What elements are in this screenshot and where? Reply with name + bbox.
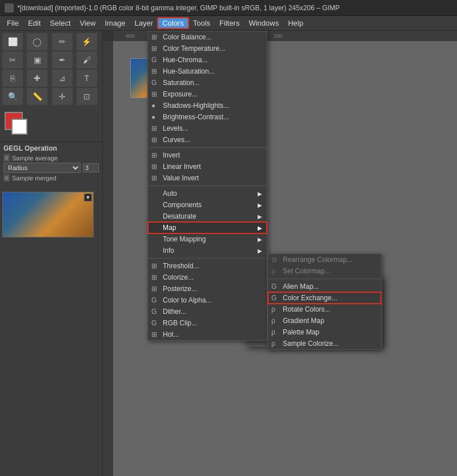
menu-layer[interactable]: Layer: [130, 18, 158, 29]
map-submenu[interactable]: ⊞ Rearrange Colormap... ρ Set Colormap..…: [267, 253, 382, 350]
menu-hue-chroma[interactable]: G Hue-Chroma...: [148, 54, 267, 66]
invert-icon: ⊞: [151, 151, 157, 159]
background-color[interactable]: [11, 119, 27, 135]
gegl-panel: GEGL Operation x Sample average Radius x…: [0, 142, 102, 185]
left-toolbar: ⬜ ◯ ✏ ⚡ ✂ ▣ ✒ 🖌 ⎘ ✚ ⊿ T 🔍 📏 ✛ ⊡ GEGL Ope…: [0, 31, 103, 476]
menu-threshold[interactable]: ⊞ Threshold...: [148, 260, 267, 272]
menu-tools[interactable]: Tools: [189, 18, 215, 29]
tool-paint[interactable]: 🖌: [77, 51, 97, 68]
set-colormap-icon: ρ: [271, 267, 275, 275]
colors-menu[interactable]: ⊞ Color Balance... ⊞ Color Temperature..…: [147, 31, 267, 341]
menu-invert[interactable]: ⊞ Invert: [148, 150, 267, 161]
map-gradient-map[interactable]: ρ Gradient Map: [268, 315, 381, 326]
tool-perspective[interactable]: ⊿: [52, 70, 73, 87]
tool-align[interactable]: ⊡: [77, 88, 97, 105]
tool-free-select[interactable]: ✏: [52, 33, 73, 50]
tool-clone[interactable]: ⎘: [2, 70, 23, 87]
menu-rgb-clip[interactable]: G RGB Clip...: [148, 317, 267, 329]
menu-exposure[interactable]: ⊞ Exposure...: [148, 88, 267, 100]
map-sep1: [268, 279, 381, 279]
tone-mapping-arrow: ▶: [258, 236, 262, 243]
menu-components[interactable]: Components ▶: [148, 199, 267, 211]
gegl-radius-select[interactable]: Radius: [3, 163, 81, 173]
menu-desaturate[interactable]: Desaturate ▶: [148, 211, 267, 222]
map-alien-map[interactable]: G Alien Map...: [268, 281, 381, 292]
rgb-clip-icon: G: [151, 319, 157, 327]
menu-edit[interactable]: Edit: [23, 18, 45, 29]
thumbnail-area: ▼: [0, 189, 102, 240]
color-swatch-area: [0, 107, 102, 142]
menu-view[interactable]: View: [75, 18, 101, 29]
info-arrow: ▶: [258, 248, 262, 254]
menu-auto[interactable]: Auto ▶: [148, 188, 267, 199]
palette-map-icon: ρ: [271, 328, 275, 336]
menu-brightness-contrast[interactable]: ● Brightness-Contrast...: [148, 111, 267, 123]
thumbnail-options[interactable]: ▼: [84, 193, 92, 201]
map-sample-colorize[interactable]: ρ Sample Colorize...: [268, 338, 381, 349]
menu-color-to-alpha[interactable]: G Color to Alpha...: [148, 295, 267, 306]
menu-curves[interactable]: ⊞ Curves...: [148, 134, 267, 146]
menu-linear-invert[interactable]: ⊞ Linear Invert: [148, 161, 267, 172]
tool-scissors[interactable]: ✂: [2, 51, 23, 68]
menu-colors[interactable]: Colors: [158, 18, 189, 29]
menu-select[interactable]: Select: [45, 18, 75, 29]
menu-saturation[interactable]: G Saturation...: [148, 77, 267, 88]
menu-hot[interactable]: ⊞ Hot...: [148, 329, 267, 340]
rearrange-icon: ⊞: [271, 256, 277, 264]
menu-map[interactable]: Map ▶: [148, 222, 267, 233]
components-arrow: ▶: [258, 202, 262, 208]
menu-shadows-highlights[interactable]: ● Shadows-Highlights...: [148, 100, 267, 111]
gegl-merged-label: Sample merged: [12, 175, 57, 181]
gegl-x-badge: x: [3, 154, 10, 162]
menu-bar: File Edit Select View Image Layer Colors…: [0, 16, 457, 31]
color-balance-icon: ⊞: [151, 33, 157, 41]
tool-measure[interactable]: 📏: [27, 88, 47, 105]
saturation-icon: G: [151, 79, 157, 87]
menu-posterize[interactable]: ⊞ Posterize...: [148, 283, 267, 295]
swatch-container: [5, 112, 33, 137]
threshold-icon: ⊞: [151, 262, 157, 270]
tool-paths[interactable]: ✒: [52, 51, 73, 68]
gegl-radius-value[interactable]: [83, 163, 99, 172]
map-rotate-colors[interactable]: ρ Rotate Colors...: [268, 304, 381, 315]
tool-heal[interactable]: ✚: [27, 70, 47, 87]
menu-value-invert[interactable]: ⊞ Value Invert: [148, 172, 267, 184]
menu-colorize[interactable]: ⊞ Colorize...: [148, 272, 267, 283]
tool-ellipse-select[interactable]: ◯: [27, 33, 47, 50]
tool-zoom[interactable]: 🔍: [2, 88, 23, 105]
sample-colorize-icon: ρ: [271, 340, 275, 348]
menu-color-temperature[interactable]: ⊞ Color Temperature...: [148, 43, 267, 54]
colorize-icon: ⊞: [151, 273, 157, 281]
menu-hue-saturation[interactable]: ⊞ Hue-Saturation...: [148, 66, 267, 77]
brightness-icon: ●: [151, 113, 155, 121]
map-color-exchange[interactable]: G Color Exchange...: [268, 292, 381, 304]
exposure-icon: ⊞: [151, 90, 157, 98]
menu-dither[interactable]: G Dither...: [148, 306, 267, 317]
menu-filters[interactable]: Filters: [215, 18, 244, 29]
menu-help[interactable]: Help: [283, 18, 308, 29]
gegl-sample-label: Sample average: [12, 155, 58, 162]
map-set-colormap[interactable]: ρ Set Colormap...: [268, 265, 381, 277]
menu-file[interactable]: File: [2, 18, 23, 29]
menu-image[interactable]: Image: [100, 18, 130, 29]
tool-rect-select[interactable]: ⬜: [2, 33, 23, 50]
map-rearrange-colormap[interactable]: ⊞ Rearrange Colormap...: [268, 254, 381, 265]
value-invert-icon: ⊞: [151, 174, 157, 182]
tool-move[interactable]: ✛: [52, 88, 73, 105]
menu-color-balance[interactable]: ⊞ Color Balance...: [148, 31, 267, 43]
hot-icon: ⊞: [151, 330, 157, 338]
tool-text[interactable]: T: [77, 70, 97, 87]
gegl-merged-badge: x: [3, 174, 10, 181]
tool-fuzzy-select[interactable]: ⚡: [77, 33, 97, 50]
sep2: [148, 185, 267, 186]
canvas-thumbnail: ▼: [2, 192, 94, 237]
menu-info[interactable]: Info ▶: [148, 245, 267, 256]
map-palette-map[interactable]: ρ Palette Map: [268, 326, 381, 338]
rotate-colors-icon: ρ: [271, 305, 275, 313]
menu-levels[interactable]: ⊞ Levels...: [148, 123, 267, 134]
menu-windows[interactable]: Windows: [244, 18, 283, 29]
desaturate-arrow: ▶: [258, 213, 262, 220]
sep1: [148, 147, 267, 148]
tool-foreground-select[interactable]: ▣: [27, 51, 47, 68]
menu-tone-mapping[interactable]: Tone Mapping ▶: [148, 233, 267, 245]
